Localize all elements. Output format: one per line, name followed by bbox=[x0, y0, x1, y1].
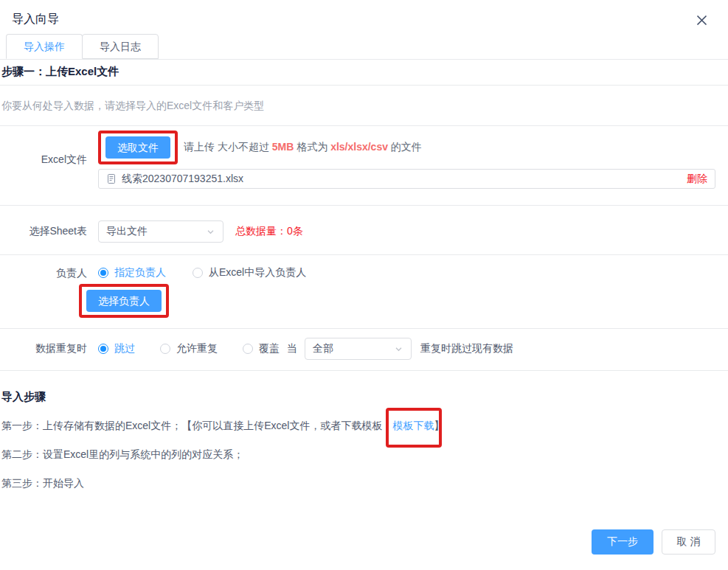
radio-overwrite[interactable]: 覆盖 bbox=[243, 342, 280, 355]
dialog-header: 导入向导 bbox=[0, 0, 728, 34]
radio-unselected-icon bbox=[193, 268, 203, 278]
step1-prefix: 第一步：上传存储有数据的Excel文件；【你可以直接上传Excel文件，或者下载… bbox=[1, 420, 392, 431]
radio-selected-icon bbox=[98, 344, 108, 354]
template-download-link[interactable]: 模板下载 bbox=[392, 420, 434, 433]
tab-bar: 导入操作 导入日志 bbox=[0, 34, 728, 60]
radio-overwrite-label: 覆盖 bbox=[259, 342, 280, 355]
owner-label: 负责人 bbox=[0, 267, 98, 280]
radio-allow-duplicate[interactable]: 允许重复 bbox=[160, 342, 218, 355]
tab-import-operation[interactable]: 导入操作 bbox=[6, 34, 83, 59]
radio-import-owner-label: 从Excel中导入负责人 bbox=[209, 266, 306, 279]
import-step-1: 第一步：上传存储有数据的Excel文件；【你可以直接上传Excel文件，或者下载… bbox=[1, 420, 728, 433]
sheet-section: 选择Sheet表 导出文件 总数据量：0条 bbox=[0, 206, 728, 255]
dialog-footer: 下一步 取 消 bbox=[592, 529, 715, 555]
import-step-2: 第二步：设置Excel里的列与系统中的列的对应关系； bbox=[1, 448, 728, 462]
sheet-select-label: 选择Sheet表 bbox=[0, 225, 98, 238]
radio-skip-label: 跳过 bbox=[114, 342, 135, 355]
hint-part1: 请上传 大小不超过 bbox=[184, 141, 272, 153]
annotation-box-choose-owner: 选择负责人 bbox=[79, 284, 169, 318]
radio-import-owner-from-excel[interactable]: 从Excel中导入负责人 bbox=[193, 266, 306, 279]
duplicate-label: 数据重复时 bbox=[0, 342, 98, 355]
hint-size-limit: 5MB bbox=[272, 141, 294, 153]
file-name: 线索20230707193251.xlsx bbox=[122, 173, 243, 186]
import-step-3: 第三步：开始导入 bbox=[1, 477, 728, 490]
chevron-down-icon bbox=[206, 227, 215, 237]
duplicate-scope-select[interactable]: 全部 bbox=[305, 338, 412, 360]
chevron-down-icon bbox=[394, 344, 403, 354]
document-icon bbox=[106, 173, 117, 184]
import-steps-heading: 导入步骤 bbox=[1, 390, 728, 404]
radio-unselected-icon bbox=[243, 344, 253, 354]
template-download-label: 模板下载 bbox=[392, 420, 434, 431]
choose-file-button[interactable]: 选取文件 bbox=[105, 136, 170, 159]
delete-file-link[interactable]: 删除 bbox=[687, 173, 707, 186]
hint-formats: xls/xlsx/csv bbox=[330, 141, 388, 153]
step-heading: 步骤一：上传Excel文件 bbox=[0, 60, 728, 86]
uploaded-file-item[interactable]: 线索20230707193251.xlsx 删除 bbox=[98, 169, 715, 189]
radio-assign-owner[interactable]: 指定负责人 bbox=[98, 266, 166, 279]
page-title: 导入向导 bbox=[12, 12, 59, 27]
radio-allow-duplicate-label: 允许重复 bbox=[176, 342, 218, 355]
close-icon[interactable] bbox=[695, 13, 709, 27]
cancel-button[interactable]: 取 消 bbox=[662, 529, 715, 555]
next-step-button[interactable]: 下一步 bbox=[592, 529, 654, 555]
total-count-text: 总数据量：0条 bbox=[235, 225, 303, 238]
radio-skip[interactable]: 跳过 bbox=[98, 342, 135, 355]
choose-owner-button[interactable]: 选择负责人 bbox=[86, 290, 162, 312]
tab-import-log[interactable]: 导入日志 bbox=[82, 34, 159, 59]
owner-section: 负责人 指定负责人 从Excel中导入负责人 选择负责人 bbox=[0, 255, 728, 329]
radio-selected-icon bbox=[98, 268, 108, 278]
import-wizard-dialog: 导入向导 导入操作 导入日志 步骤一：上传Excel文件 你要从何处导入数据，请… bbox=[0, 0, 728, 490]
when-label: 当 bbox=[287, 342, 297, 355]
sheet-select[interactable]: 导出文件 bbox=[98, 220, 223, 243]
description-text: 你要从何处导入数据，请选择导入的Excel文件和客户类型 bbox=[0, 86, 728, 126]
sheet-select-value: 导出文件 bbox=[106, 225, 148, 238]
upload-hint: 请上传 大小不超过 5MB 格式为 xls/xlsx/csv 的文件 bbox=[184, 141, 422, 154]
radio-unselected-icon bbox=[160, 344, 170, 354]
import-steps-section: 导入步骤 第一步：上传存储有数据的Excel文件；【你可以直接上传Excel文件… bbox=[0, 390, 728, 490]
duplicate-scope-value: 全部 bbox=[313, 342, 333, 355]
excel-file-section: Excel文件 选取文件 请上传 大小不超过 5MB 格式为 xls/xlsx/… bbox=[0, 126, 728, 206]
duplicate-suffix-text: 重复时跳过现有数据 bbox=[420, 342, 513, 355]
excel-file-label: Excel文件 bbox=[0, 131, 98, 189]
annotation-box-choose-file: 选取文件 bbox=[98, 131, 178, 164]
step1-suffix: 】 bbox=[434, 420, 444, 431]
radio-assign-owner-label: 指定负责人 bbox=[114, 266, 166, 279]
duplicate-section: 数据重复时 跳过 允许重复 覆盖 当 全部 重复时跳过现有数据 bbox=[0, 329, 728, 371]
hint-part3: 的文件 bbox=[388, 141, 422, 153]
hint-part2: 格式为 bbox=[294, 141, 330, 153]
